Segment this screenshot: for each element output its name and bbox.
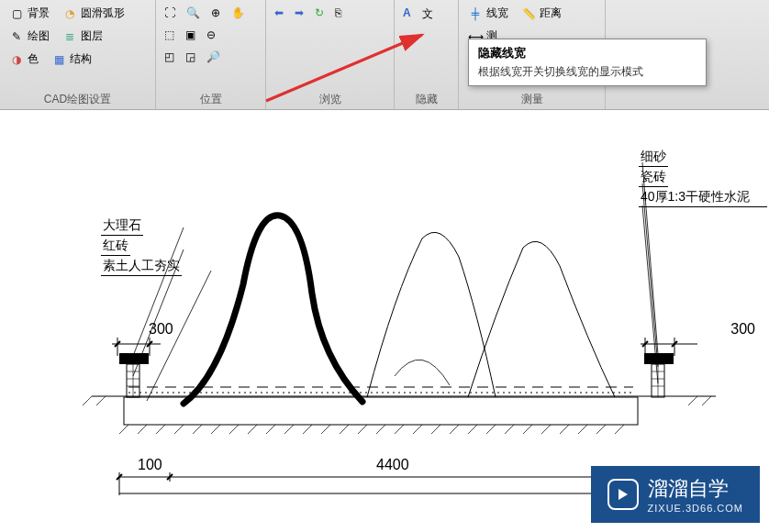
svg-line-15 — [266, 425, 275, 434]
svg-line-5 — [702, 396, 711, 405]
pencil-icon: ✎ — [9, 29, 24, 44]
draw-button[interactable]: ✎ 绘图 — [6, 27, 53, 46]
arc-label: 圆滑弧形 — [81, 6, 125, 21]
svg-line-14 — [248, 425, 257, 434]
play-icon — [607, 479, 639, 510]
lineweight-label: 线宽 — [486, 6, 508, 21]
svg-line-63 — [642, 162, 658, 354]
corner2-icon[interactable]: ◲ — [183, 48, 198, 66]
svg-line-11 — [193, 425, 202, 434]
forward-icon[interactable]: ➡ — [292, 4, 306, 22]
arc-button[interactable]: ◔ 圆滑弧形 — [59, 4, 128, 23]
svg-line-30 — [541, 425, 551, 434]
svg-line-17 — [303, 425, 312, 434]
watermark-badge: 溜溜自学 ZIXUE.3D66.COM — [591, 466, 760, 523]
svg-line-31 — [560, 425, 569, 434]
layers-icon: ≣ — [62, 29, 77, 44]
group-hide-label: 隐藏 — [400, 88, 452, 107]
svg-rect-6 — [124, 397, 638, 425]
svg-line-21 — [376, 425, 385, 434]
select-icon[interactable]: ⬚ — [162, 26, 177, 44]
tooltip-lineweight: 隐藏线宽 根据线宽开关切换线宽的显示模式 — [468, 39, 707, 86]
square-icon: ▢ — [9, 6, 24, 21]
layer-button[interactable]: ≣ 图层 — [59, 27, 106, 46]
tooltip-body: 根据线宽开关切换线宽的显示模式 — [478, 64, 697, 80]
svg-line-25 — [450, 425, 459, 434]
pan-icon[interactable]: ✋ — [228, 4, 248, 22]
svg-line-9 — [156, 425, 165, 434]
svg-line-28 — [505, 425, 514, 434]
back-icon[interactable]: ⬅ — [272, 4, 286, 22]
bg-label: 背景 — [28, 6, 50, 21]
bg-button[interactable]: ▢ 背景 — [6, 4, 53, 23]
svg-line-33 — [596, 425, 606, 434]
svg-line-32 — [578, 425, 587, 434]
distance-label: 距离 — [540, 6, 562, 21]
group-measure-label: 测量 — [464, 88, 599, 107]
svg-line-34 — [615, 425, 624, 434]
watermark-sub: ZIXUE.3D66.COM — [648, 503, 743, 514]
layer-label: 图层 — [81, 28, 103, 44]
svg-line-16 — [284, 425, 294, 434]
svg-line-20 — [358, 425, 367, 434]
svg-line-61 — [133, 249, 184, 376]
arc-icon: ◔ — [62, 6, 77, 21]
tooltip-title: 隐藏线宽 — [478, 45, 697, 61]
ruler-icon: 📏 — [521, 6, 536, 21]
svg-line-60 — [133, 227, 184, 356]
lineweight-button[interactable]: ╪ 线宽 — [464, 4, 512, 23]
group-browse-label: 浏览 — [272, 88, 388, 107]
svg-line-8 — [138, 425, 147, 434]
svg-line-19 — [340, 425, 349, 434]
zoom-fit-icon[interactable]: ⛶ — [162, 4, 178, 22]
export-icon[interactable]: ⎘ — [332, 4, 344, 22]
zoom-out-icon[interactable]: ⊖ — [204, 26, 218, 44]
cad-canvas[interactable]: 大理石 红砖 素土人工夯实 细砂 瓷砖 40厚1:3干硬性水泥 300 300 … — [0, 128, 769, 514]
refresh-icon[interactable]: ↻ — [312, 4, 327, 22]
corner1-icon[interactable]: ◰ — [162, 48, 177, 66]
ribbon-group-hide: A 文 隐藏 — [395, 0, 459, 109]
svg-line-29 — [523, 425, 532, 434]
region-icon[interactable]: ▣ — [183, 26, 198, 44]
svg-line-10 — [174, 425, 184, 434]
color-label: 色 — [28, 51, 39, 67]
zoom-realtime-icon[interactable]: 🔎 — [204, 48, 223, 66]
structure-label: 结构 — [70, 51, 92, 67]
lineweight-icon: ╪ — [468, 6, 483, 21]
svg-line-26 — [468, 425, 477, 434]
grid-icon: ▦ — [51, 52, 66, 67]
structure-button[interactable]: ▦ 结构 — [48, 50, 95, 69]
svg-line-23 — [413, 425, 422, 434]
svg-line-3 — [96, 396, 106, 405]
palette-icon: ◑ — [9, 52, 24, 67]
group-cad-label: CAD绘图设置 — [6, 88, 150, 107]
ribbon-group-browse: ⬅ ➡ ↻ ⎘ 浏览 — [266, 0, 395, 109]
ribbon-group-cad: ▢ 背景 ◔ 圆滑弧形 ✎ 绘图 ≣ 图层 — [0, 0, 156, 109]
svg-line-18 — [321, 425, 330, 434]
draw-label: 绘图 — [28, 28, 50, 44]
group-position-label: 位置 — [162, 88, 260, 107]
zoom-in-icon[interactable]: ⊕ — [208, 4, 223, 22]
distance-button[interactable]: 📏 距离 — [518, 4, 565, 23]
svg-line-24 — [431, 425, 440, 434]
svg-line-12 — [211, 425, 220, 434]
svg-line-4 — [688, 396, 697, 405]
svg-line-13 — [229, 425, 239, 434]
svg-line-22 — [395, 425, 404, 434]
svg-rect-37 — [119, 353, 149, 364]
watermark-title: 溜溜自学 — [648, 475, 743, 503]
svg-line-27 — [486, 425, 496, 434]
hide-a-icon[interactable]: A — [400, 4, 414, 25]
svg-rect-43 — [644, 353, 674, 364]
zoom-window-icon[interactable]: 🔍 — [184, 4, 203, 22]
color-button[interactable]: ◑ 色 — [6, 50, 42, 69]
ribbon-group-position: ⛶ 🔍 ⊕ ✋ ⬚ ▣ ⊖ ◰ ◲ 🔎 位置 — [156, 0, 266, 109]
svg-line-2 — [83, 396, 92, 405]
hide-text-icon[interactable]: 文 — [419, 4, 436, 25]
svg-line-7 — [119, 425, 128, 434]
